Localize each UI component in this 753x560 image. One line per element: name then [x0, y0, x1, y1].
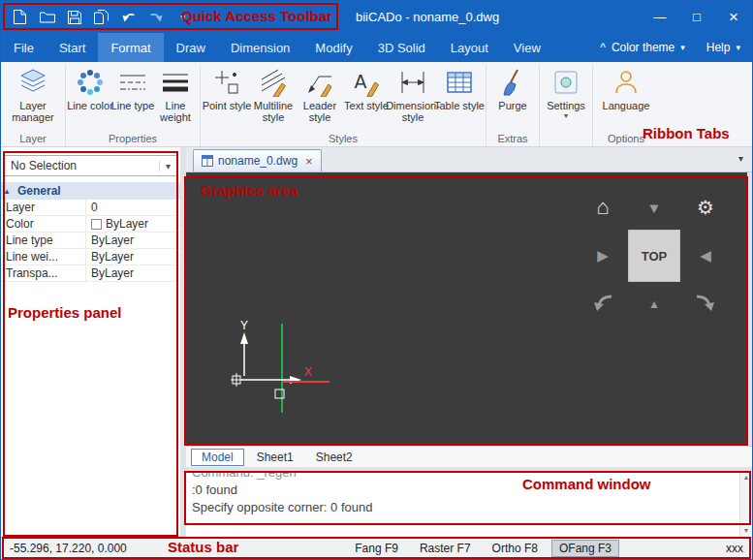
- toggle-raster[interactable]: Raster F7: [412, 540, 479, 557]
- help-menu[interactable]: Help: [706, 41, 731, 54]
- drawing-file-icon: [202, 155, 213, 167]
- new-file-icon: [13, 9, 27, 25]
- language-button[interactable]: Language: [596, 65, 656, 111]
- section-header-general[interactable]: ▴ General: [1, 182, 180, 200]
- selection-dropdown[interactable]: No Selection ▾: [4, 155, 177, 176]
- text-style-button[interactable]: A Text style: [343, 65, 390, 111]
- tab-list-caret-icon[interactable]: ▾: [738, 153, 743, 164]
- property-row-lineweight[interactable]: Line wei... ByLayer: [1, 249, 180, 265]
- minimize-button[interactable]: —: [642, 1, 678, 33]
- ribbon-content: Layer manager Layer Line color Line type…: [1, 62, 752, 147]
- color-wheel-icon: [76, 68, 105, 97]
- close-button[interactable]: ×: [715, 1, 752, 33]
- ribbon-group-extras: Purge Extras: [486, 65, 539, 146]
- line-weight-icon: [161, 68, 190, 97]
- tab-start[interactable]: Start: [47, 33, 98, 62]
- point-style-button[interactable]: Point style: [204, 65, 250, 111]
- tab-dimension[interactable]: Dimension: [218, 33, 302, 62]
- layer-manager-button[interactable]: Layer manager: [4, 65, 62, 124]
- document-tab-bar: noname_0.dwg × ▾: [186, 147, 752, 172]
- save-icon: [67, 10, 82, 25]
- document-tab[interactable]: noname_0.dwg ×: [193, 149, 322, 171]
- group-label-extras: Extras: [489, 132, 536, 146]
- ribbon-collapse-icon[interactable]: ^: [600, 41, 606, 54]
- status-bar: -55.296, 17.220, 0.000 Fang F9 Raster F7…: [1, 537, 752, 559]
- close-tab-icon[interactable]: ×: [305, 154, 313, 169]
- multiline-style-button[interactable]: Multiline style: [250, 65, 297, 124]
- tab-modify[interactable]: Modify: [302, 33, 364, 62]
- close-icon: ×: [729, 8, 738, 27]
- group-label-styles: Styles: [204, 132, 483, 146]
- view-settings-gear-icon[interactable]: ⚙: [697, 196, 714, 219]
- new-file-button[interactable]: [11, 8, 29, 26]
- rotate-up-icon[interactable]: ▲: [648, 297, 660, 311]
- home-view-icon[interactable]: ⌂: [596, 195, 609, 220]
- command-line: Command: _regen: [192, 471, 734, 482]
- property-row-color[interactable]: Color ByLayer: [1, 216, 180, 233]
- scroll-down-icon[interactable]: ▼: [743, 527, 750, 534]
- save-as-button[interactable]: [92, 8, 110, 26]
- viewcube-top-face[interactable]: TOP: [628, 230, 680, 282]
- tab-sheet2[interactable]: Sheet2: [306, 450, 362, 465]
- line-weight-button[interactable]: Line weight: [154, 65, 197, 124]
- command-window[interactable]: Command: _regen :0 found Specify opposit…: [186, 471, 752, 537]
- command-scrollbar[interactable]: ▲ ▼: [739, 471, 752, 537]
- cursor-coordinates: -55.296, 17.220, 0.000: [10, 542, 127, 555]
- tab-format[interactable]: Format: [98, 33, 163, 62]
- ribbon-group-styles: Point style Multiline style Leader style…: [200, 65, 486, 146]
- line-color-button[interactable]: Line color: [69, 65, 111, 111]
- tab-draw[interactable]: Draw: [164, 33, 218, 62]
- roll-ccw-icon[interactable]: [591, 293, 614, 317]
- qat-customize-button[interactable]: ▾: [173, 8, 192, 26]
- toggle-osnap[interactable]: OFang F3: [551, 540, 619, 557]
- dimension-style-button[interactable]: Dimension- style: [390, 65, 436, 124]
- dimension-style-icon: [398, 68, 427, 97]
- redo-button[interactable]: [146, 8, 165, 26]
- maximize-icon: □: [693, 10, 701, 24]
- ucs-axes-icon: Y X: [231, 318, 337, 419]
- multiline-style-icon: [259, 68, 288, 97]
- tab-3dsolid[interactable]: 3D Solid: [365, 33, 438, 62]
- broom-icon: [498, 68, 527, 97]
- text-style-icon: A: [352, 68, 381, 97]
- quick-access-toolbar: ▾: [1, 8, 342, 26]
- line-type-button[interactable]: Line type: [111, 65, 154, 111]
- window-title: biiCADo - noname_0.dwg: [356, 10, 499, 24]
- tab-layout[interactable]: Layout: [438, 33, 501, 62]
- save-button[interactable]: [65, 8, 83, 26]
- ribbon-group-settings: Settings ▾: [539, 65, 592, 146]
- y-axis-label: Y: [240, 319, 248, 332]
- leader-style-button[interactable]: Leader style: [297, 65, 343, 124]
- property-row-linetype[interactable]: Line type ByLayer: [1, 233, 180, 249]
- roll-cw-icon[interactable]: [694, 293, 717, 317]
- purge-button[interactable]: Purge: [489, 65, 536, 111]
- layers-icon: [18, 68, 47, 97]
- tab-file[interactable]: File: [1, 33, 47, 62]
- property-row-transparency[interactable]: Transpa... ByLayer: [1, 265, 180, 282]
- redo-icon: [148, 11, 164, 24]
- open-folder-icon: [39, 10, 56, 24]
- toggle-ortho[interactable]: Ortho F8: [485, 540, 546, 557]
- table-style-button[interactable]: Table style: [436, 65, 483, 111]
- scroll-up-icon[interactable]: ▲: [743, 474, 750, 481]
- properties-panel: No Selection ▾ ▴ General Layer 0 Color B…: [1, 147, 180, 537]
- tab-view[interactable]: View: [501, 33, 553, 62]
- open-file-button[interactable]: [38, 8, 56, 26]
- ribbon-group-layer: Layer manager Layer: [1, 65, 65, 146]
- rotate-right-icon[interactable]: ▶: [597, 247, 609, 264]
- tab-sheet1[interactable]: Sheet1: [247, 450, 303, 465]
- rotate-left-icon[interactable]: ◀: [700, 247, 711, 264]
- maximize-button[interactable]: □: [678, 1, 715, 33]
- property-row-layer[interactable]: Layer 0: [1, 200, 180, 216]
- application-window: ▾ biiCADo - noname_0.dwg — □ × File Star…: [0, 0, 753, 560]
- undo-button[interactable]: [119, 8, 138, 26]
- toggle-snap[interactable]: Fang F9: [347, 540, 406, 557]
- graphics-canvas[interactable]: ⌂ ▼ ⚙ ▶ TOP ◀ ▲ Y: [186, 172, 747, 446]
- rotate-down-icon[interactable]: ▼: [647, 200, 662, 216]
- settings-button[interactable]: Settings ▾: [543, 65, 589, 121]
- color-theme-menu[interactable]: Color theme: [612, 41, 675, 54]
- tab-model[interactable]: Model: [191, 449, 244, 466]
- leader-style-icon: [305, 68, 334, 97]
- section-marker-icon: ▴: [5, 187, 9, 196]
- ribbon-tab-bar: File Start Format Draw Dimension Modify …: [1, 33, 752, 62]
